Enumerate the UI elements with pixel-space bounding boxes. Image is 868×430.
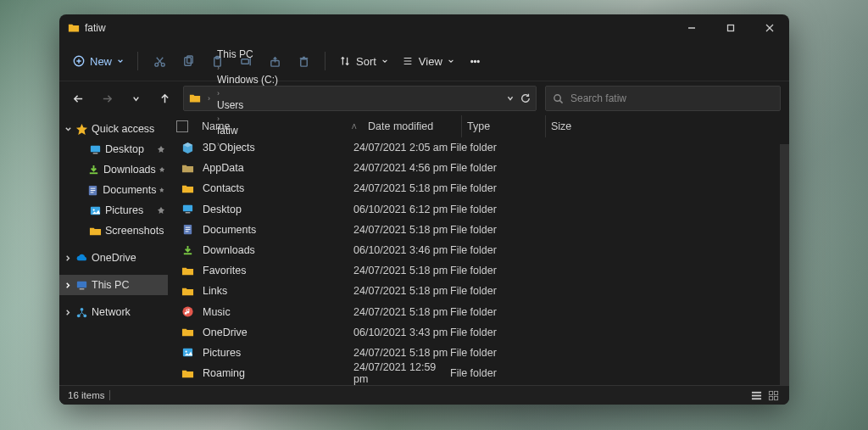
file-type: File folder: [450, 224, 530, 236]
sidebar-quick-access[interactable]: Quick access: [59, 119, 168, 139]
sidebar-quick-item[interactable]: Screenshots: [59, 221, 168, 241]
svg-point-46: [81, 307, 84, 310]
minimize-button[interactable]: [672, 14, 711, 42]
sidebar-onedrive[interactable]: OneDrive: [59, 248, 168, 268]
star-icon: [75, 123, 88, 136]
up-button[interactable]: [154, 88, 175, 109]
status-item-count: 16 items: [68, 390, 104, 400]
file-date: 06/10/2021 6:12 pm: [353, 204, 450, 215]
svg-rect-63: [774, 391, 777, 394]
address-bar[interactable]: › This PC›Windows (C:)›Users›fatiw›: [183, 86, 537, 111]
pin-icon: [158, 207, 164, 214]
search-box[interactable]: Search fatiw: [545, 86, 781, 111]
svg-rect-40: [91, 190, 96, 191]
details-view-toggle[interactable]: [748, 389, 764, 402]
separator: [109, 390, 110, 400]
file-date: 24/07/2021 5:18 pm: [353, 347, 450, 359]
column-size[interactable]: Size: [546, 115, 602, 137]
thumbnails-view-toggle[interactable]: [765, 389, 781, 402]
view-label: View: [419, 55, 442, 68]
copy-button[interactable]: [177, 50, 199, 72]
sidebar-this-pc[interactable]: This PC: [59, 275, 168, 295]
file-row[interactable]: Pictures24/07/2021 5:18 pmFile folder: [168, 343, 789, 363]
breadcrumb-segment[interactable]: Users: [214, 98, 281, 112]
titlebar[interactable]: fatiw: [59, 14, 789, 42]
toolbar: New Sort View: [59, 42, 789, 81]
svg-rect-60: [751, 394, 760, 396]
vertical-scrollbar[interactable]: [780, 144, 789, 385]
svg-rect-53: [186, 229, 191, 230]
chevron-right-icon[interactable]: ›: [214, 64, 222, 72]
svg-point-27: [471, 60, 473, 62]
select-all-checkbox[interactable]: [176, 120, 188, 132]
file-row[interactable]: Downloads06/10/2021 3:46 pmFile folder: [168, 240, 789, 260]
recent-button[interactable]: [125, 88, 146, 109]
file-row[interactable]: Favorites24/07/2021 5:18 pmFile folder: [168, 260, 789, 281]
cut-button[interactable]: [148, 50, 170, 72]
file-name: Contacts: [203, 182, 353, 194]
file-row[interactable]: Contacts24/07/2021 5:18 pmFile folder: [168, 178, 789, 198]
breadcrumb-segment[interactable]: Windows (C:): [214, 73, 281, 87]
new-button[interactable]: New: [70, 55, 127, 68]
pin-icon: [159, 187, 164, 193]
forward-button[interactable]: [97, 88, 117, 109]
file-row[interactable]: Roaming24/07/2021 12:59 pmFile folder: [168, 363, 789, 383]
network-icon: [75, 306, 88, 319]
sort-label: Sort: [356, 55, 376, 68]
delete-button[interactable]: [292, 50, 314, 72]
breadcrumb-segment[interactable]: This PC: [214, 47, 281, 61]
file-row[interactable]: Music24/07/2021 5:18 pmFile folder: [168, 302, 789, 322]
svg-rect-65: [774, 396, 777, 399]
body: Quick access DesktopDownloadsDocumentsPi…: [59, 115, 789, 385]
sidebar-quick-item[interactable]: Desktop: [59, 139, 168, 159]
file-row[interactable]: Documents24/07/2021 5:18 pmFile folder: [168, 220, 789, 240]
file-row[interactable]: Links24/07/2021 5:18 pmFile folder: [168, 281, 789, 301]
list-icon: [402, 55, 414, 67]
more-button[interactable]: [465, 50, 487, 72]
sidebar-quick-item[interactable]: Documents: [59, 180, 168, 200]
file-type: File folder: [450, 327, 530, 338]
svg-point-29: [478, 60, 480, 62]
pc-icon: [75, 279, 88, 292]
sort-icon: [339, 55, 351, 67]
file-row[interactable]: Desktop06/10/2021 6:12 pmFile folder: [168, 199, 789, 220]
onedrive-label: OneDrive: [92, 252, 136, 264]
search-icon: [553, 93, 564, 104]
chevron-right-icon[interactable]: ›: [214, 89, 222, 98]
file-date: 24/07/2021 5:18 pm: [353, 285, 450, 297]
sidebar-quick-item[interactable]: Pictures: [59, 200, 168, 221]
maximize-button[interactable]: [711, 14, 750, 42]
column-type[interactable]: Type: [462, 115, 546, 137]
sidebar-quick-item[interactable]: Downloads: [59, 159, 168, 180]
rows-container[interactable]: 3D Objects24/07/2021 2:05 amFile folderA…: [168, 137, 789, 385]
column-date[interactable]: Date modified: [363, 115, 462, 137]
network-label: Network: [92, 306, 131, 318]
svg-rect-19: [300, 59, 307, 65]
file-name: Roaming: [203, 367, 353, 379]
search-placeholder: Search fatiw: [570, 92, 626, 104]
arrow-left-icon: [73, 93, 84, 104]
back-button[interactable]: [68, 88, 88, 109]
sidebar-item-label: Documents: [103, 184, 156, 196]
refresh-icon[interactable]: [520, 93, 531, 103]
file-row[interactable]: OneDrive06/10/2021 3:43 pmFile folder: [168, 322, 789, 343]
file-type: File folder: [450, 265, 530, 276]
file-type: File folder: [450, 162, 530, 174]
file-row[interactable]: AppData24/07/2021 4:56 pmFile folder: [168, 158, 789, 178]
svg-rect-39: [91, 187, 96, 188]
file-row[interactable]: 3D Objects24/07/2021 2:05 amFile folder: [168, 137, 789, 158]
view-button[interactable]: View: [398, 55, 458, 68]
sort-button[interactable]: Sort: [336, 55, 392, 68]
chevron-right-icon: [64, 309, 72, 316]
sidebar-network[interactable]: Network: [59, 302, 168, 322]
column-name[interactable]: Nameᐱ: [197, 115, 363, 137]
chevron-down-icon[interactable]: [505, 93, 515, 103]
file-date: 24/07/2021 12:59 pm: [353, 361, 450, 385]
navigation-pane[interactable]: Quick access DesktopDownloadsDocumentsPi…: [59, 115, 168, 385]
svg-rect-41: [91, 192, 94, 193]
chevron-down-icon: [448, 58, 454, 64]
close-button[interactable]: [750, 14, 789, 42]
svg-point-7: [154, 63, 158, 66]
sort-indicator-icon: ᐱ: [352, 123, 356, 131]
chevron-right-icon[interactable]: ›: [205, 94, 213, 103]
